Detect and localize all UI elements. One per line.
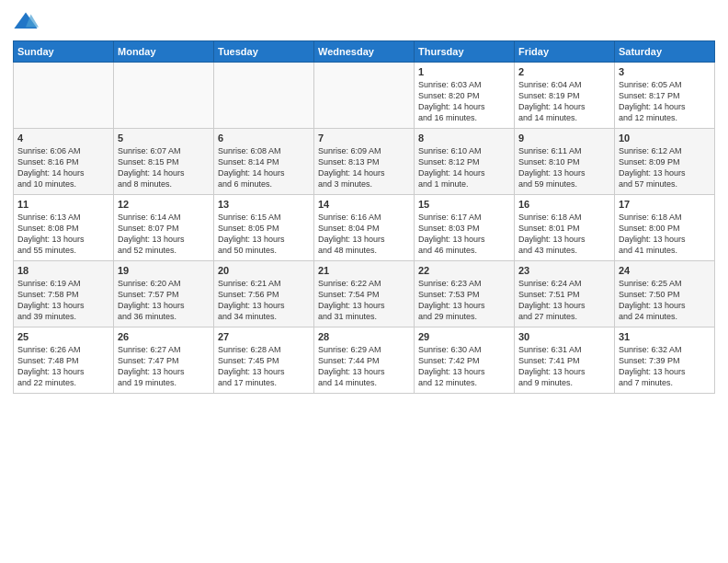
- calendar-cell: 12Sunrise: 6:14 AM Sunset: 8:07 PM Dayli…: [114, 195, 214, 261]
- day-info: Sunrise: 6:24 AM Sunset: 7:51 PM Dayligh…: [518, 278, 610, 323]
- day-number: 4: [17, 132, 109, 144]
- day-number: 10: [619, 132, 711, 144]
- day-number: 11: [17, 199, 109, 210]
- calendar-table: SundayMondayTuesdayWednesdayThursdayFrid…: [13, 40, 715, 394]
- calendar-cell: 21Sunrise: 6:22 AM Sunset: 7:54 PM Dayli…: [314, 261, 415, 327]
- day-info: Sunrise: 6:16 AM Sunset: 8:04 PM Dayligh…: [318, 212, 410, 257]
- day-info: Sunrise: 6:07 AM Sunset: 8:15 PM Dayligh…: [118, 145, 210, 190]
- calendar-cell: 25Sunrise: 6:26 AM Sunset: 7:48 PM Dayli…: [14, 327, 114, 394]
- calendar-cell: 13Sunrise: 6:15 AM Sunset: 8:05 PM Dayli…: [214, 195, 314, 261]
- day-number: 21: [318, 265, 410, 276]
- calendar-cell: 28Sunrise: 6:29 AM Sunset: 7:44 PM Dayli…: [314, 327, 415, 394]
- day-info: Sunrise: 6:27 AM Sunset: 7:47 PM Dayligh…: [118, 344, 210, 389]
- day-number: 22: [418, 265, 510, 276]
- day-number: 14: [318, 199, 410, 210]
- logo-icon: [13, 9, 39, 35]
- day-info: Sunrise: 6:17 AM Sunset: 8:03 PM Dayligh…: [418, 212, 510, 257]
- calendar-cell: 9Sunrise: 6:11 AM Sunset: 8:10 PM Daylig…: [515, 129, 615, 195]
- calendar-cell: 2Sunrise: 6:04 AM Sunset: 8:19 PM Daylig…: [515, 63, 615, 129]
- day-number: 17: [619, 199, 711, 210]
- day-info: Sunrise: 6:15 AM Sunset: 8:05 PM Dayligh…: [218, 212, 310, 257]
- day-number: 28: [318, 331, 410, 342]
- col-header-sunday: Sunday: [14, 41, 114, 63]
- day-number: 27: [218, 331, 310, 342]
- day-info: Sunrise: 6:21 AM Sunset: 7:56 PM Dayligh…: [218, 278, 310, 323]
- day-info: Sunrise: 6:03 AM Sunset: 8:20 PM Dayligh…: [418, 79, 510, 124]
- calendar-cell: 5Sunrise: 6:07 AM Sunset: 8:15 PM Daylig…: [114, 129, 214, 195]
- calendar-cell: 31Sunrise: 6:32 AM Sunset: 7:39 PM Dayli…: [615, 327, 715, 394]
- header: [13, 9, 715, 35]
- calendar-cell: [314, 63, 415, 129]
- day-info: Sunrise: 6:04 AM Sunset: 8:19 PM Dayligh…: [518, 79, 610, 124]
- calendar-cell: 18Sunrise: 6:19 AM Sunset: 7:58 PM Dayli…: [14, 261, 114, 327]
- calendar-cell: 29Sunrise: 6:30 AM Sunset: 7:42 PM Dayli…: [415, 327, 515, 394]
- calendar-cell: 20Sunrise: 6:21 AM Sunset: 7:56 PM Dayli…: [214, 261, 314, 327]
- day-number: 9: [518, 132, 610, 144]
- calendar-cell: 15Sunrise: 6:17 AM Sunset: 8:03 PM Dayli…: [415, 195, 515, 261]
- calendar-cell: 11Sunrise: 6:13 AM Sunset: 8:08 PM Dayli…: [14, 195, 114, 261]
- calendar-cell: 27Sunrise: 6:28 AM Sunset: 7:45 PM Dayli…: [214, 327, 314, 394]
- day-number: 1: [418, 66, 510, 77]
- day-number: 29: [418, 331, 510, 342]
- calendar-cell: 3Sunrise: 6:05 AM Sunset: 8:17 PM Daylig…: [615, 63, 715, 129]
- day-number: 6: [218, 132, 310, 144]
- day-info: Sunrise: 6:30 AM Sunset: 7:42 PM Dayligh…: [418, 344, 510, 389]
- day-info: Sunrise: 6:31 AM Sunset: 7:41 PM Dayligh…: [518, 344, 610, 389]
- day-number: 7: [318, 132, 410, 144]
- day-info: Sunrise: 6:23 AM Sunset: 7:53 PM Dayligh…: [418, 278, 510, 323]
- day-info: Sunrise: 6:05 AM Sunset: 8:17 PM Dayligh…: [619, 79, 711, 124]
- day-info: Sunrise: 6:22 AM Sunset: 7:54 PM Dayligh…: [318, 278, 410, 323]
- logo: [13, 9, 42, 35]
- day-number: 16: [518, 199, 610, 210]
- day-info: Sunrise: 6:12 AM Sunset: 8:09 PM Dayligh…: [619, 145, 711, 190]
- calendar-cell: 16Sunrise: 6:18 AM Sunset: 8:01 PM Dayli…: [515, 195, 615, 261]
- calendar-cell: [114, 63, 214, 129]
- calendar-cell: 22Sunrise: 6:23 AM Sunset: 7:53 PM Dayli…: [415, 261, 515, 327]
- day-number: 2: [518, 66, 610, 77]
- day-info: Sunrise: 6:11 AM Sunset: 8:10 PM Dayligh…: [518, 145, 610, 190]
- calendar-cell: 14Sunrise: 6:16 AM Sunset: 8:04 PM Dayli…: [314, 195, 415, 261]
- calendar-cell: 26Sunrise: 6:27 AM Sunset: 7:47 PM Dayli…: [114, 327, 214, 394]
- day-number: 12: [118, 199, 210, 210]
- calendar-cell: 23Sunrise: 6:24 AM Sunset: 7:51 PM Dayli…: [515, 261, 615, 327]
- day-number: 8: [418, 132, 510, 144]
- day-number: 31: [619, 331, 711, 342]
- day-info: Sunrise: 6:18 AM Sunset: 8:00 PM Dayligh…: [619, 212, 711, 257]
- col-header-wednesday: Wednesday: [314, 41, 415, 63]
- calendar-cell: 8Sunrise: 6:10 AM Sunset: 8:12 PM Daylig…: [415, 129, 515, 195]
- day-info: Sunrise: 6:32 AM Sunset: 7:39 PM Dayligh…: [619, 344, 711, 389]
- calendar-cell: 24Sunrise: 6:25 AM Sunset: 7:50 PM Dayli…: [615, 261, 715, 327]
- day-info: Sunrise: 6:26 AM Sunset: 7:48 PM Dayligh…: [17, 344, 109, 389]
- col-header-tuesday: Tuesday: [214, 41, 314, 63]
- calendar-cell: 17Sunrise: 6:18 AM Sunset: 8:00 PM Dayli…: [615, 195, 715, 261]
- day-number: 19: [118, 265, 210, 276]
- day-info: Sunrise: 6:18 AM Sunset: 8:01 PM Dayligh…: [518, 212, 610, 257]
- day-info: Sunrise: 6:14 AM Sunset: 8:07 PM Dayligh…: [118, 212, 210, 257]
- day-number: 3: [619, 66, 711, 77]
- day-info: Sunrise: 6:10 AM Sunset: 8:12 PM Dayligh…: [418, 145, 510, 190]
- day-number: 26: [118, 331, 210, 342]
- day-info: Sunrise: 6:19 AM Sunset: 7:58 PM Dayligh…: [17, 278, 109, 323]
- day-number: 15: [418, 199, 510, 210]
- calendar-cell: 10Sunrise: 6:12 AM Sunset: 8:09 PM Dayli…: [615, 129, 715, 195]
- calendar-cell: [214, 63, 314, 129]
- day-number: 23: [518, 265, 610, 276]
- day-number: 25: [17, 331, 109, 342]
- col-header-thursday: Thursday: [415, 41, 515, 63]
- day-number: 20: [218, 265, 310, 276]
- calendar-cell: 4Sunrise: 6:06 AM Sunset: 8:16 PM Daylig…: [14, 129, 114, 195]
- day-info: Sunrise: 6:13 AM Sunset: 8:08 PM Dayligh…: [17, 212, 109, 257]
- day-info: Sunrise: 6:25 AM Sunset: 7:50 PM Dayligh…: [619, 278, 711, 323]
- calendar-cell: 7Sunrise: 6:09 AM Sunset: 8:13 PM Daylig…: [314, 129, 415, 195]
- day-number: 13: [218, 199, 310, 210]
- day-info: Sunrise: 6:20 AM Sunset: 7:57 PM Dayligh…: [118, 278, 210, 323]
- day-info: Sunrise: 6:28 AM Sunset: 7:45 PM Dayligh…: [218, 344, 310, 389]
- day-info: Sunrise: 6:29 AM Sunset: 7:44 PM Dayligh…: [318, 344, 410, 389]
- day-number: 24: [619, 265, 711, 276]
- col-header-monday: Monday: [114, 41, 214, 63]
- col-header-friday: Friday: [515, 41, 615, 63]
- calendar-cell: 1Sunrise: 6:03 AM Sunset: 8:20 PM Daylig…: [415, 63, 515, 129]
- calendar-cell: 30Sunrise: 6:31 AM Sunset: 7:41 PM Dayli…: [515, 327, 615, 394]
- day-info: Sunrise: 6:09 AM Sunset: 8:13 PM Dayligh…: [318, 145, 410, 190]
- col-header-saturday: Saturday: [615, 41, 715, 63]
